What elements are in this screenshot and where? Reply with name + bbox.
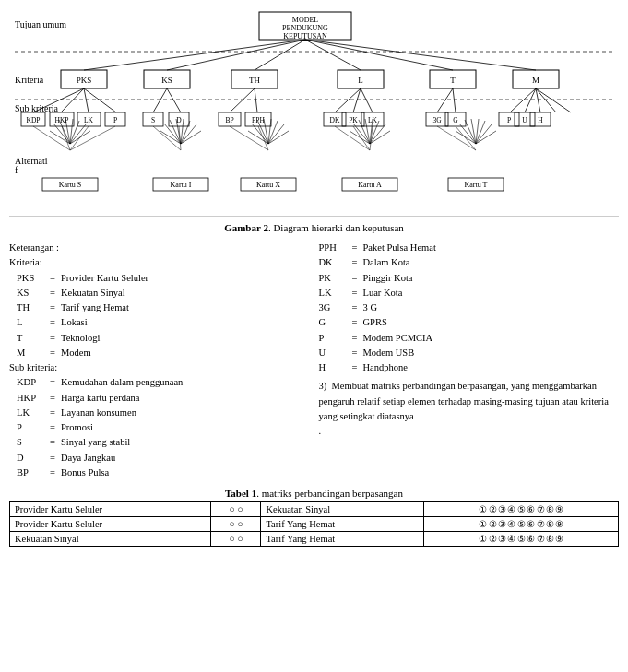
svg-text:Kartu I: Kartu I xyxy=(170,181,191,189)
legend-3g: 3G = 3 G xyxy=(319,301,620,315)
svg-text:BP: BP xyxy=(225,116,233,124)
svg-line-119 xyxy=(268,131,289,144)
legend-l: L = Lokasi xyxy=(9,315,310,330)
legend-t: T = Teknologi xyxy=(9,331,310,346)
comparison-table: Provider Kartu Seluler ○ ○ Kekuatan Siny… xyxy=(9,501,619,547)
svg-line-37 xyxy=(510,88,536,112)
svg-text:U: U xyxy=(522,116,527,124)
svg-line-6 xyxy=(167,40,305,70)
legend-p-right: P = Modem PCMCIA xyxy=(319,331,620,346)
svg-line-99 xyxy=(70,131,90,144)
svg-line-30 xyxy=(230,88,255,112)
legend-title: Keterangan : xyxy=(9,241,310,255)
table-row: Kekuatan Sinyal ○ ○ Tarif Yang Hemat ① ②… xyxy=(10,532,619,547)
cell-row2-col2: ○ ○ xyxy=(211,517,261,532)
svg-text:KDP: KDP xyxy=(26,116,40,124)
cell-row1-col4: ① ② ③ ④ ⑤ ⑥ ⑦ ⑧ ⑨ xyxy=(424,502,619,517)
svg-text:KS: KS xyxy=(161,76,172,85)
svg-line-35 xyxy=(437,88,453,112)
svg-line-79 xyxy=(33,126,70,150)
legend-criteria-header: Kriteria: xyxy=(9,255,310,270)
legend-sub-header: Sub kriteria: xyxy=(9,360,310,375)
legend-bp: BP = Bonus Pulsa xyxy=(9,466,310,480)
legend-lk-right: LK = Luar Kota xyxy=(319,286,620,301)
svg-text:PK: PK xyxy=(349,116,358,124)
svg-text:Kriteria: Kriteria xyxy=(15,75,44,85)
svg-line-134 xyxy=(471,119,476,144)
svg-text:H: H xyxy=(538,116,543,124)
svg-line-97 xyxy=(70,124,86,144)
svg-line-137 xyxy=(476,124,492,144)
legend-s: S = Sinyal yang stabil xyxy=(9,435,310,450)
svg-text:P: P xyxy=(113,116,116,124)
svg-text:LK: LK xyxy=(368,116,378,124)
diagram-caption: Gambar 2. Diagram hierarki dan keputusan xyxy=(9,222,619,233)
svg-line-5 xyxy=(84,40,305,70)
table-caption-label: Tabel 1 xyxy=(225,488,256,499)
legend-lk-left: LK = Layanan konsumen xyxy=(9,406,310,420)
legend-pk: PK = Pinggir Kota xyxy=(319,271,620,286)
legend-u: U = Modem USB xyxy=(319,346,620,360)
svg-line-31 xyxy=(255,88,257,112)
svg-line-36 xyxy=(453,88,456,112)
diagram-section: MODEL PENDUKUNG KEPUTUSAN PKS KS TH L T … xyxy=(9,7,619,217)
svg-line-8 xyxy=(305,40,361,70)
cell-row3-col1: Kekuatan Sinyal xyxy=(10,532,211,547)
legend-p-left: P = Promosi xyxy=(9,420,310,435)
svg-line-9 xyxy=(305,40,453,70)
svg-text:S: S xyxy=(150,116,154,124)
svg-text:DK: DK xyxy=(329,116,339,124)
svg-line-107 xyxy=(181,124,196,144)
svg-line-83 xyxy=(153,126,181,150)
table-caption: Tabel 1. matriks perbandingan berpasanga… xyxy=(9,488,619,499)
cell-row3-col3: Tarif Yang Hemat xyxy=(261,532,424,547)
svg-line-27 xyxy=(84,88,116,112)
svg-line-127 xyxy=(370,124,385,144)
cell-row3-col4: ① ② ③ ④ ⑤ ⑥ ⑦ ⑧ ⑨ xyxy=(424,532,619,547)
legend-note: 3) Membuat matriks perbandingan berpasan… xyxy=(319,379,620,424)
legend-th: TH = Tarif yang Hemat xyxy=(9,301,310,315)
svg-text:Kartu T: Kartu T xyxy=(464,181,487,189)
svg-line-26 xyxy=(84,88,89,112)
legend-ks: KS = Kekuatan Sinyal xyxy=(9,286,310,301)
svg-line-129 xyxy=(370,131,390,144)
svg-text:PENDUKUNG: PENDUKUNG xyxy=(282,24,328,32)
svg-line-28 xyxy=(153,88,167,112)
svg-text:Tujuan umum: Tujuan umum xyxy=(15,19,66,29)
svg-line-114 xyxy=(264,119,268,144)
svg-text:LK: LK xyxy=(84,116,94,124)
svg-text:Kartu A: Kartu A xyxy=(358,181,382,189)
svg-line-38 xyxy=(525,88,536,112)
svg-text:PPH: PPH xyxy=(252,116,265,124)
svg-text:Sub kriteria: Sub kriteria xyxy=(15,103,58,113)
svg-line-81 xyxy=(70,126,89,150)
svg-text:G: G xyxy=(453,116,458,124)
hierarchy-diagram: MODEL PENDUKUNG KEPUTUSAN PKS KS TH L T … xyxy=(10,7,619,210)
legend-right: PPH = Paket Pulsa Hemat DK = Dalam Kota … xyxy=(319,241,620,480)
cell-row1-col3: Kekuatan Sinyal xyxy=(261,502,424,517)
cell-row3-col2: ○ ○ xyxy=(211,532,261,547)
svg-text:L: L xyxy=(358,76,363,85)
svg-line-117 xyxy=(268,124,284,144)
svg-line-39 xyxy=(536,88,540,112)
legend-m: M = Modem xyxy=(9,346,310,360)
legend-h: H = Handphone xyxy=(319,360,620,375)
legend-left: Keterangan : Kriteria: PKS = Provider Ka… xyxy=(9,241,310,480)
table-row: Provider Kartu Seluler ○ ○ Tarif Yang He… xyxy=(10,517,619,532)
svg-text:HKP: HKP xyxy=(54,116,68,124)
legend-dk: DK = Dalam Kota xyxy=(319,255,620,270)
svg-text:TH: TH xyxy=(249,76,260,85)
legend-d: D = Daya Jangkau xyxy=(9,451,310,466)
cell-row1-col2: ○ ○ xyxy=(211,502,261,517)
legend-g: G = GPRS xyxy=(319,315,620,330)
svg-text:Kartu S: Kartu S xyxy=(58,181,81,189)
svg-line-29 xyxy=(167,88,181,112)
svg-line-109 xyxy=(181,131,201,144)
svg-text:PKS: PKS xyxy=(76,76,91,85)
svg-line-7 xyxy=(255,40,305,70)
legend-section: Keterangan : Kriteria: PKS = Provider Ka… xyxy=(9,241,619,480)
svg-line-90 xyxy=(437,126,476,150)
svg-line-82 xyxy=(70,126,115,150)
svg-line-10 xyxy=(305,40,536,70)
svg-text:M: M xyxy=(531,76,539,85)
